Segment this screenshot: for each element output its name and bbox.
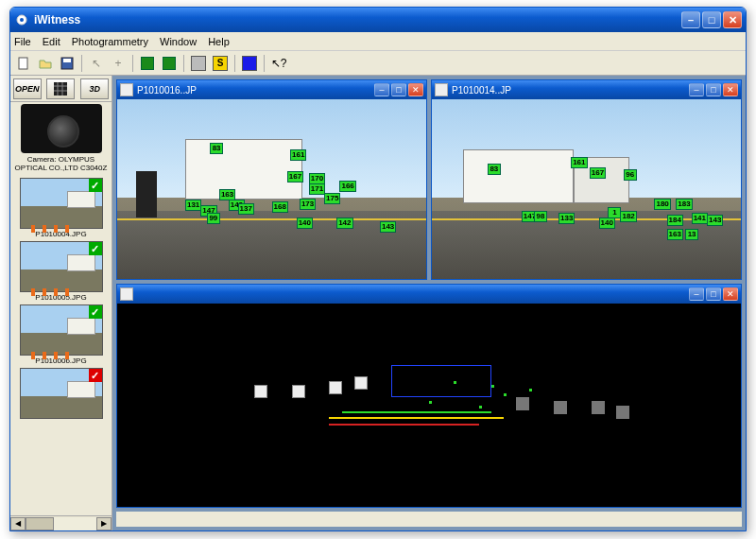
svg-rect-4 xyxy=(63,59,71,62)
yellow-s-button[interactable]: S xyxy=(211,54,230,73)
point-marker[interactable]: 163 xyxy=(219,189,235,200)
3d-scene[interactable] xyxy=(117,304,741,507)
point-marker[interactable]: 141 xyxy=(692,213,708,224)
thumbnail-item[interactable]: ✓P1010004.JPG xyxy=(20,178,103,238)
check-fail-icon: ✓ xyxy=(89,369,102,382)
menu-file[interactable]: File xyxy=(14,36,31,47)
app-icon xyxy=(14,12,29,27)
point-marker[interactable]: 173 xyxy=(300,199,316,210)
image-window-b[interactable]: P1010014..JP – □ ✕ 831611679614798133140… xyxy=(431,79,742,280)
grid-view-button[interactable] xyxy=(46,78,75,99)
titlebar[interactable]: iWitness – □ ✕ xyxy=(10,8,746,32)
menu-edit[interactable]: Edit xyxy=(43,36,60,47)
save-icon[interactable] xyxy=(58,54,77,73)
point-marker[interactable]: 175 xyxy=(324,193,340,204)
3d-view-button[interactable]: 3D xyxy=(80,78,109,99)
app-title: iWitness xyxy=(34,13,681,26)
maximize-button[interactable]: □ xyxy=(391,83,406,96)
image-a-title: P1010016..JP xyxy=(137,85,372,96)
sidebar: OPEN 3D Camera: OLYMPUS OPTICAL CO.,LTD … xyxy=(10,76,112,530)
minimize-button[interactable]: – xyxy=(374,83,389,96)
image-b-title: P1010014..JP xyxy=(452,85,687,96)
sidebar-scrollbar[interactable]: ◀ ▶ xyxy=(10,515,112,530)
point-marker[interactable]: 167 xyxy=(287,171,303,183)
point-marker[interactable]: 83 xyxy=(488,164,501,175)
image-icon xyxy=(120,83,133,96)
whats-this-icon[interactable]: ↖? xyxy=(269,54,288,73)
menu-help[interactable]: Help xyxy=(208,36,230,47)
point-marker[interactable]: 171 xyxy=(309,183,325,195)
point-marker[interactable]: 83 xyxy=(210,143,223,154)
image-b-canvas[interactable]: 8316116796147981331401801831182184141143… xyxy=(432,99,741,279)
camera-info: Camera: OLYMPUS OPTICAL CO.,LTD C3040Z xyxy=(12,104,110,172)
close-button[interactable]: ✕ xyxy=(723,287,738,301)
grey-swatch-icon[interactable] xyxy=(189,54,208,73)
check-ok-icon: ✓ xyxy=(89,305,102,319)
point-marker[interactable]: 163 xyxy=(667,229,683,240)
svg-rect-5 xyxy=(54,82,67,96)
toolbar: ↖ + S ↖? xyxy=(10,51,746,76)
point-marker[interactable]: 96 xyxy=(624,169,637,181)
point-marker[interactable]: 140 xyxy=(599,217,615,229)
close-button[interactable]: ✕ xyxy=(723,11,742,28)
minimize-button[interactable]: – xyxy=(689,83,704,96)
point-marker[interactable]: 170 xyxy=(309,173,325,184)
svg-rect-2 xyxy=(19,58,27,69)
maximize-button[interactable]: □ xyxy=(706,83,721,96)
maximize-button[interactable]: □ xyxy=(702,11,721,28)
pointer-icon[interactable]: ↖ xyxy=(87,54,106,73)
open-file-icon[interactable] xyxy=(36,54,55,73)
maximize-button[interactable]: □ xyxy=(706,287,721,301)
new-file-icon[interactable] xyxy=(14,54,33,73)
point-marker[interactable]: 161 xyxy=(290,149,306,161)
menu-window[interactable]: Window xyxy=(160,36,197,47)
point-marker[interactable]: 167 xyxy=(590,167,606,179)
green-tool2-icon[interactable] xyxy=(160,54,179,73)
point-marker[interactable]: 1 xyxy=(608,207,621,218)
point-marker[interactable]: 168 xyxy=(272,201,288,213)
thumbnail-item[interactable]: ✓P1010005.JPG xyxy=(20,241,103,302)
point-marker[interactable]: 182 xyxy=(620,211,636,222)
scroll-left-icon[interactable]: ◀ xyxy=(10,517,26,530)
point-marker[interactable]: 143 xyxy=(380,221,396,233)
green-tool-icon[interactable] xyxy=(138,54,157,73)
point-marker[interactable]: 183 xyxy=(676,199,692,210)
cross-icon[interactable]: + xyxy=(109,54,128,73)
close-button[interactable]: ✕ xyxy=(408,83,423,96)
minimize-button[interactable]: – xyxy=(681,11,700,28)
point-marker[interactable]: 161 xyxy=(571,157,587,168)
point-marker[interactable]: 166 xyxy=(339,181,355,192)
scroll-thumb[interactable] xyxy=(26,517,54,530)
menu-photogrammetry[interactable]: Photogrammetry xyxy=(72,36,148,47)
minimize-button[interactable]: – xyxy=(689,287,704,301)
point-marker[interactable]: 13 xyxy=(685,229,698,240)
thumbnail-item[interactable]: ✓P1010006.JPG xyxy=(20,304,103,365)
workspace: P1010016..JP – □ ✕ 831611671701661711751… xyxy=(112,76,746,530)
scroll-right-icon[interactable]: ▶ xyxy=(96,517,112,530)
point-marker[interactable]: 180 xyxy=(654,199,670,210)
point-marker[interactable]: 143 xyxy=(707,215,723,226)
point-marker[interactable]: 99 xyxy=(207,213,220,224)
check-ok-icon: ✓ xyxy=(89,179,102,192)
open-project-button[interactable]: OPEN xyxy=(13,78,42,99)
image-icon xyxy=(435,83,448,96)
menubar: File Edit Photogrammetry Window Help xyxy=(10,32,746,51)
color-swatch[interactable] xyxy=(240,54,259,73)
point-marker[interactable]: 98 xyxy=(534,211,547,222)
image-a-canvas[interactable]: 8316116717016617117517316816314813114799… xyxy=(117,99,426,279)
camera-label: Camera: OLYMPUS OPTICAL CO.,LTD C3040Z xyxy=(12,155,110,172)
point-marker[interactable]: 184 xyxy=(667,215,683,226)
app-window: iWitness – □ ✕ File Edit Photogrammetry … xyxy=(9,7,747,531)
close-button[interactable]: ✕ xyxy=(723,83,738,96)
point-marker[interactable]: 131 xyxy=(185,200,201,211)
point-marker[interactable]: 140 xyxy=(297,217,313,229)
image-window-a[interactable]: P1010016..JP – □ ✕ 831611671701661711751… xyxy=(116,79,427,280)
person-silhouette xyxy=(136,171,158,217)
3d-view-window[interactable]: – □ ✕ xyxy=(116,284,742,508)
point-marker[interactable]: 137 xyxy=(238,203,254,215)
thumbnail-item[interactable]: ✓ xyxy=(20,368,103,419)
point-marker[interactable]: 133 xyxy=(558,213,575,224)
statusbar xyxy=(116,512,742,527)
point-marker[interactable]: 142 xyxy=(336,217,352,229)
camera-icon xyxy=(21,104,102,153)
